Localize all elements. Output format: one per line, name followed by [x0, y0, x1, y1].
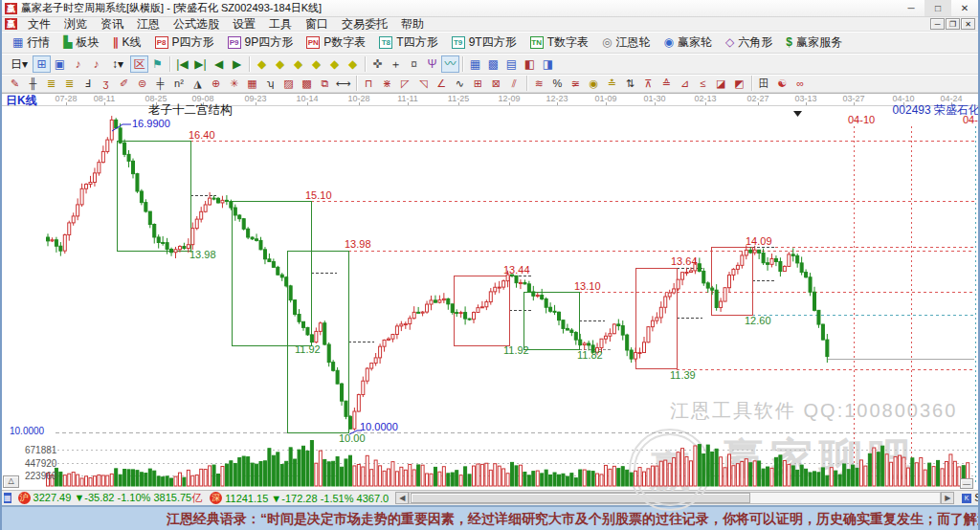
ruler-icon[interactable]: ╪ [151, 76, 169, 91]
diamond-tool-icon[interactable]: ◆ [289, 55, 307, 73]
diamond-tool-icon[interactable]: ◆ [325, 55, 344, 73]
grid-x-icon[interactable]: ⊠ [487, 76, 505, 91]
first-screen-icon[interactable]: |◀ [173, 55, 191, 73]
prev-bar-icon[interactable]: ◀ [210, 55, 228, 73]
top-bottom-icon[interactable]: ⊼ [639, 76, 657, 91]
pitchfork-icon[interactable]: Ψ [423, 55, 441, 73]
menu-item-8[interactable]: 交易委托 [335, 17, 394, 32]
winner-wheel-button[interactable]: ◉赢家轮 [657, 33, 719, 52]
mdi-close-button[interactable]: ✕ [961, 18, 975, 30]
layout-icon[interactable]: ⊞ [33, 55, 51, 73]
gold-circle-icon[interactable]: ◉ [585, 76, 603, 91]
half-box2-icon[interactable]: ◩ [730, 76, 748, 91]
grid-plus-icon[interactable]: ⊞ [469, 76, 487, 91]
menu-item-1[interactable]: 浏览 [57, 17, 94, 32]
cycle-circle-icon[interactable]: ⊜ [133, 76, 151, 91]
shanghai-index-icon[interactable]: 沪 [18, 492, 31, 504]
scale-selector[interactable]: ↕▾ [105, 55, 130, 73]
infinity-icon[interactable]: ∞ [791, 76, 810, 91]
next-bar-icon[interactable]: ▶ [228, 55, 246, 73]
diamond-tool-icon[interactable]: ◆ [344, 55, 362, 73]
slope-icon[interactable]: ≤ [694, 76, 712, 91]
tri-right-icon[interactable]: ◹ [414, 76, 433, 91]
crosshair-icon[interactable]: ＋ [387, 55, 405, 73]
9p-square-button[interactable]: P99P四方形 [221, 33, 301, 52]
flag-icon[interactable]: ⚑ [148, 55, 167, 73]
overlap-box-icon[interactable]: ⧉ [316, 76, 334, 91]
nine-grid-icon[interactable]: 田 [755, 76, 773, 91]
calculator-statusbar-icon[interactable]: ▦ [4, 493, 11, 503]
tri-left-icon[interactable]: ◸ [396, 76, 414, 91]
t-square-button[interactable]: T8T四方形 [372, 33, 444, 52]
volume-minimize-button[interactable]: — [960, 478, 973, 489]
arc-tool-icon[interactable]: ʒ [97, 76, 115, 91]
hexagon-button[interactable]: ◇六角形 [719, 33, 779, 52]
t-number-table-button[interactable]: TNT数字表 [523, 33, 595, 52]
half-box-icon[interactable]: ◪ [712, 76, 730, 91]
h-span-icon[interactable]: ⟷ [334, 76, 353, 91]
export-icon[interactable]: ◨ [539, 55, 557, 73]
zoom-icon[interactable]: ¤ [405, 55, 423, 73]
hatch-box-icon[interactable]: ▨ [279, 76, 298, 91]
diamond-tool-icon[interactable]: ◆ [271, 55, 289, 73]
pen-icon[interactable]: ✎ [6, 76, 24, 91]
volume-toggle-button[interactable]: △ [3, 475, 19, 488]
menu-item-3[interactable]: 江恩 [130, 17, 167, 32]
updown-icon[interactable]: ⇅ [621, 76, 639, 91]
calendar-icon[interactable]: ▦ [466, 55, 484, 73]
fan-lines-icon[interactable]: ⋇ [378, 76, 396, 91]
9t-square-button[interactable]: T99T四方形 [445, 33, 523, 52]
menu-item-5[interactable]: 设置 [226, 17, 262, 32]
menu-item-2[interactable]: 资讯 [94, 17, 130, 32]
close-button[interactable]: ✕ [951, 0, 978, 16]
chart-area[interactable]: 江恩工具软件 QQ:100800360 赢 赢家聊吧 07-2808-1108-… [2, 93, 980, 490]
p-number-table-button[interactable]: PNP数字表 [300, 33, 372, 52]
price-grid-icon[interactable]: ▦ [243, 76, 261, 91]
diamond-tool-icon[interactable]: ◆ [253, 55, 271, 73]
dense-grid-icon[interactable]: ▩ [298, 76, 316, 91]
calculator-icon[interactable]: ▩ [484, 55, 502, 73]
shenzhen-index-icon[interactable]: 深 [210, 492, 222, 504]
square-number-icon[interactable]: n² [169, 76, 189, 91]
angle-icon[interactable]: ◮ [189, 76, 207, 91]
approx-icon[interactable]: ≆ [567, 76, 585, 91]
percent-icon[interactable]: % [548, 76, 567, 91]
menu-item-9[interactable]: 帮助 [394, 17, 431, 32]
menu-item-7[interactable]: 窗口 [299, 17, 335, 32]
menu-item-0[interactable]: 文件 [21, 17, 57, 32]
region-icon[interactable]: 区 [130, 55, 148, 73]
last-screen-icon[interactable]: ▶| [191, 55, 210, 73]
p-square-button[interactable]: P8P四方形 [148, 33, 221, 52]
diamond-tool-icon[interactable]: ◆ [307, 55, 325, 73]
pan-hand-icon[interactable]: ✜ [368, 55, 387, 73]
minimize-button[interactable]: ─ [898, 0, 924, 16]
scroll-left-button[interactable]: ◀ [395, 492, 409, 504]
mdi-restore-button[interactable]: ❐ [946, 18, 960, 30]
gold-table-icon[interactable]: ≣ [42, 76, 60, 91]
gann-circle-icon[interactable]: ⊕ [207, 76, 225, 91]
gold-table2-icon[interactable]: ≣ [60, 76, 78, 91]
maximize-button[interactable]: □ [924, 0, 951, 16]
estimate-icon[interactable]: ≙ [657, 76, 676, 91]
wave-mark-icon[interactable]: ʮ [261, 76, 279, 91]
box-top-icon[interactable]: ⊓ [360, 76, 378, 91]
waves-icon[interactable]: ≋ [530, 76, 548, 91]
mini-chart-icon[interactable]: ♪ [69, 55, 87, 73]
menu-item-4[interactable]: 公式选股 [167, 17, 226, 32]
star-lines-icon[interactable]: ✳ [225, 76, 243, 91]
menu-item-6[interactable]: 工具 [262, 17, 299, 32]
gold-line-icon[interactable]: ≛ [603, 76, 621, 91]
report-icon[interactable]: ▤ [502, 55, 521, 73]
f-tool-icon[interactable]: Ⅎ [78, 76, 97, 91]
wedge-icon[interactable]: ⊿ [676, 76, 694, 91]
window-icon[interactable]: ▣ [51, 55, 69, 73]
angle-line-icon[interactable]: ∠ [433, 76, 451, 91]
gann-grid-icon[interactable]: ╫ [24, 76, 42, 91]
parallel-lines-icon[interactable]: ⫽ [505, 76, 523, 91]
winner-service-button[interactable]: $赢家服务 [779, 33, 849, 52]
quotes-button[interactable]: ▦行情 [6, 33, 56, 52]
sectors-button[interactable]: ▙板块 [56, 33, 105, 52]
line-tool-icon[interactable]: 〰 [441, 55, 459, 73]
taiji-icon[interactable]: ☯ [773, 76, 791, 91]
mini-chart2-icon[interactable]: ♪ [87, 55, 105, 73]
